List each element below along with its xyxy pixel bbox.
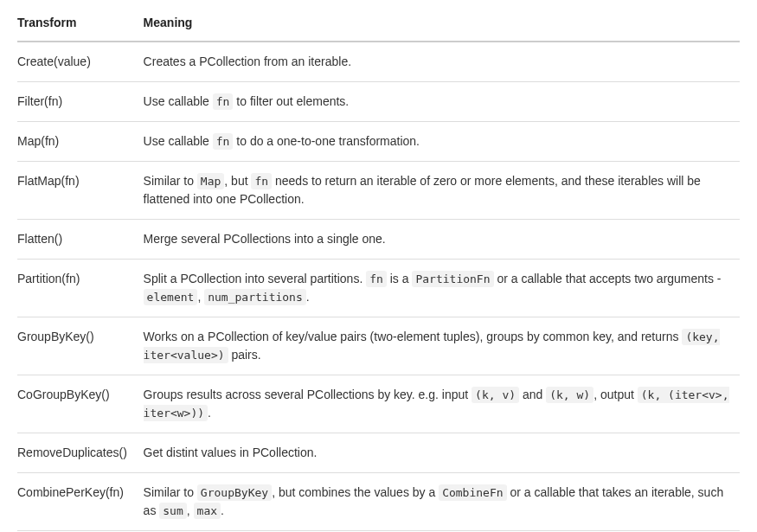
cell-meaning: Get distint values in PCollection. — [144, 433, 740, 473]
text-segment: , — [187, 503, 194, 517]
cell-transform: GroupByKey() — [17, 317, 144, 375]
inline-code: fn — [213, 93, 234, 110]
cell-meaning: Groups results across several PCollectio… — [144, 375, 740, 433]
text-segment: and — [519, 388, 546, 401]
cell-meaning: Use callable fn to do a one-to-one trans… — [144, 122, 740, 162]
text-segment: Similar to — [144, 485, 197, 499]
text-segment: to filter out elements. — [233, 94, 349, 108]
text-segment: , output — [593, 388, 638, 401]
table-header-row: Transform Meaning — [17, 14, 740, 42]
cell-transform: CoGroupByKey() — [17, 375, 144, 433]
text-segment: is a — [387, 272, 413, 285]
table-row: Map(fn)Use callable fn to do a one-to-on… — [17, 122, 740, 162]
inline-code: (k, w) — [546, 387, 593, 403]
header-meaning: Meaning — [144, 14, 740, 42]
inline-code: PartitionFn — [412, 271, 493, 287]
table-row: Create(value)Creates a PCollection from … — [17, 42, 740, 82]
inline-code: max — [194, 503, 221, 519]
cell-meaning: Merge several PCollections into a single… — [144, 220, 740, 260]
text-segment: Use callable — [144, 94, 213, 108]
text-segment: Similar to — [144, 174, 197, 188]
inline-code: element — [144, 289, 198, 305]
text-segment: or a callable that accepts two arguments… — [494, 272, 722, 285]
table-row: GroupByKey()Works on a PCollection of ke… — [17, 317, 740, 375]
inline-code: sum — [159, 503, 186, 519]
text-segment: Get distint values in PCollection. — [144, 445, 318, 459]
text-segment: . — [208, 406, 211, 420]
inline-code: num_partitions — [204, 289, 306, 305]
transform-table: Transform Meaning Create(value)Creates a… — [17, 14, 740, 532]
cell-meaning: Creates a PCollection from an iterable. — [144, 42, 740, 82]
text-segment: , but — [224, 174, 251, 188]
table-row: Flatten()Merge several PCollections into… — [17, 220, 740, 260]
text-segment: Merge several PCollections into a single… — [144, 232, 386, 246]
inline-code: Map — [197, 173, 224, 189]
inline-code: (k, v) — [472, 387, 519, 403]
table-row: RemoveDuplicates()Get distint values in … — [17, 433, 740, 473]
table-row: CombinePerKey(fn)Similar to GroupByKey, … — [17, 473, 740, 531]
text-segment: Creates a PCollection from an iterable. — [144, 54, 351, 68]
cell-transform: CombinePerKey(fn) — [17, 473, 144, 531]
header-transform: Transform — [17, 14, 144, 42]
cell-meaning: Similar to GroupByKey, but combines the … — [144, 473, 740, 531]
cell-transform: Filter(fn) — [17, 82, 144, 122]
inline-code: GroupByKey — [197, 484, 272, 501]
cell-meaning: Use callable fn to filter out elements. — [144, 82, 740, 122]
text-segment: , but combines the values by a — [272, 485, 439, 499]
text-segment: to do a one-to-one transformation. — [233, 134, 420, 148]
text-segment: . — [221, 503, 224, 517]
cell-meaning: Similar to Map, but fn needs to return a… — [144, 162, 740, 220]
cell-transform: Flatten() — [17, 220, 144, 260]
text-segment: . — [306, 290, 310, 304]
table-row: CoGroupByKey()Groups results across seve… — [17, 375, 740, 433]
cell-transform: RemoveDuplicates() — [17, 433, 144, 473]
inline-code: CombineFn — [439, 484, 506, 501]
cell-meaning: Works on a PCollection of key/value pair… — [144, 317, 740, 375]
cell-transform: Create(value) — [17, 42, 144, 82]
cell-transform: Partition(fn) — [17, 260, 144, 317]
cell-meaning: Split a PCollection into several partiti… — [144, 260, 740, 317]
table-row: FlatMap(fn)Similar to Map, but fn needs … — [17, 162, 740, 220]
text-segment: Groups results across several PCollectio… — [144, 388, 472, 401]
text-segment: Use callable — [144, 134, 213, 148]
cell-transform: FlatMap(fn) — [17, 162, 144, 220]
text-segment: pairs. — [228, 348, 261, 362]
text-segment: Split a PCollection into several partiti… — [144, 272, 367, 285]
inline-code: fn — [251, 173, 272, 189]
text-segment: Works on a PCollection of key/value pair… — [144, 330, 683, 343]
inline-code: fn — [213, 133, 234, 150]
inline-code: fn — [366, 271, 387, 287]
cell-transform: Map(fn) — [17, 122, 144, 162]
table-row: Filter(fn)Use callable fn to filter out … — [17, 82, 740, 122]
table-row: Partition(fn)Split a PCollection into se… — [17, 260, 740, 317]
